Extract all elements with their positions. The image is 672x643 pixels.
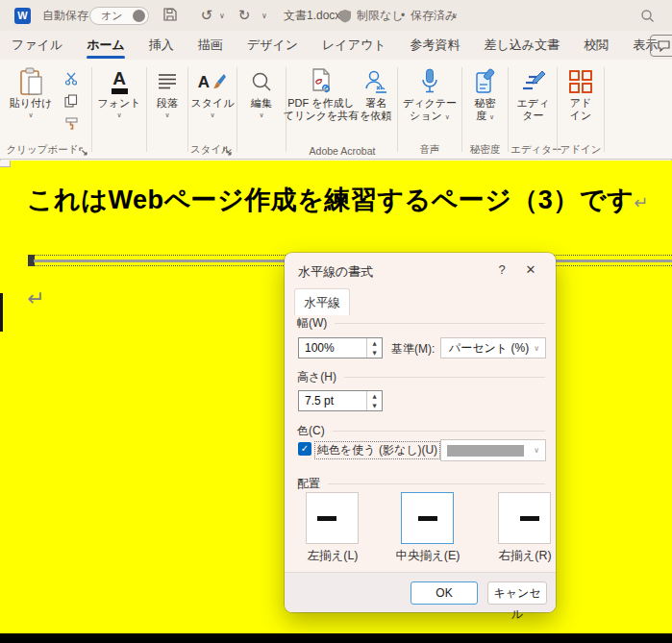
- dictate-label-line2: ション ∨: [410, 110, 450, 124]
- paragraph-lines-icon: [158, 66, 177, 97]
- restriction-label[interactable]: 制限なし: [357, 0, 404, 31]
- cut-button[interactable]: [62, 70, 81, 87]
- toggle-knob-icon: [133, 10, 145, 22]
- group-acrobat: PDF を作成し てリンクを共有 署名 を依頼 Adobe Acrobat: [288, 60, 396, 160]
- quick-access-chevron-icon[interactable]: ∨: [261, 12, 267, 20]
- paragraph-button[interactable]: 段落 ∨: [149, 66, 186, 119]
- title-bar: W 自動保存 オン ↺ ∨ ↻ ∨ 文書1.docx 制限なし • 保存済み ∨: [0, 0, 672, 31]
- group-divider: [236, 67, 237, 152]
- group-editing: 編集 ∨: [239, 60, 284, 160]
- tab-home[interactable]: ホーム: [87, 31, 125, 60]
- width-input[interactable]: [299, 338, 366, 358]
- paste-chevron-icon: ∨: [28, 111, 33, 119]
- sensitivity-group-label: 秘密度: [464, 143, 506, 157]
- search-icon[interactable]: [640, 9, 655, 23]
- editor-button[interactable]: エディ ター: [510, 66, 556, 122]
- height-spinbox: ▲ ▼: [298, 390, 383, 411]
- align-right-label: 右揃え(R): [477, 548, 573, 564]
- document-heading[interactable]: これはWebページ作成を練習するページ（3）です↵: [27, 183, 649, 217]
- copy-button[interactable]: [62, 92, 81, 110]
- group-divider: [397, 67, 398, 152]
- sensitivity-badge-icon: [475, 66, 496, 97]
- autosave-toggle[interactable]: オン: [89, 7, 149, 25]
- create-pdf-button[interactable]: PDF を作成し てリンクを共有: [288, 66, 354, 122]
- tab-design[interactable]: デザイン: [247, 31, 298, 60]
- styles-group-label: スタイル: [190, 143, 227, 157]
- cancel-button[interactable]: キャンセル: [487, 581, 547, 605]
- copy-icon: [64, 94, 78, 108]
- format-painter-icon: [64, 116, 79, 131]
- undo-menu-chevron-icon[interactable]: ∨: [219, 12, 225, 20]
- bottom-black-bar: [0, 633, 672, 643]
- align-center-option[interactable]: [401, 492, 454, 544]
- redo-icon[interactable]: ↻: [233, 6, 256, 25]
- document-title[interactable]: 文書1.docx: [284, 0, 340, 31]
- undo-icon[interactable]: ↺: [195, 6, 218, 25]
- voice-group-label: 音声: [400, 143, 460, 157]
- create-pdf-label-line1: PDF を作成し: [287, 97, 355, 110]
- paragraph-label: 段落: [157, 97, 178, 110]
- comments-button[interactable]: コメント: [650, 35, 672, 57]
- height-spin-down-icon[interactable]: ▼: [367, 401, 382, 410]
- tab-references[interactable]: 参考資料: [411, 31, 460, 60]
- align-right-option[interactable]: [498, 492, 551, 544]
- editing-button[interactable]: 編集 ∨: [239, 66, 284, 119]
- group-divider: [146, 67, 147, 152]
- ok-button[interactable]: OK: [411, 581, 478, 605]
- tab-layout[interactable]: レイアウト: [322, 31, 386, 60]
- editor-label-line2: ター: [522, 110, 543, 122]
- width-spin-up-icon[interactable]: ▲: [367, 338, 382, 348]
- tab-draw[interactable]: 描画: [198, 31, 223, 60]
- comment-bubble-icon: [658, 40, 670, 52]
- save-status-label[interactable]: 保存済み: [411, 0, 457, 31]
- group-addins: アド イン アドイン: [560, 60, 602, 160]
- paste-label: 貼り付け: [10, 97, 53, 110]
- clipboard-dialog-launcher-icon[interactable]: [79, 147, 88, 157]
- color-section-header: 色(C): [297, 423, 545, 439]
- styles-button[interactable]: A スタイル ∨: [190, 66, 235, 119]
- align-left-option[interactable]: [306, 492, 359, 544]
- tab-file[interactable]: ファイル: [12, 31, 62, 60]
- addins-button[interactable]: アド イン: [560, 66, 602, 122]
- format-painter-button[interactable]: [62, 114, 81, 132]
- styles-dialog-launcher-icon[interactable]: [223, 147, 233, 157]
- sensitivity-button[interactable]: 秘密 度 ∨: [464, 66, 506, 124]
- solid-color-checkbox-label[interactable]: 純色を使う (影なし)(U): [315, 442, 439, 458]
- font-label: フォント: [97, 97, 140, 110]
- clipboard-icon: [18, 66, 44, 97]
- request-signature-label-line2: を依頼: [360, 110, 391, 122]
- ribbon: 貼り付け ∨ クリップボード: [0, 60, 672, 160]
- paste-button[interactable]: 貼り付け ∨: [6, 66, 56, 119]
- tab-mailings[interactable]: 差し込み文書: [485, 31, 560, 60]
- sensitivity-label-line2: 度 ∨: [476, 110, 494, 124]
- page-corner: [0, 161, 11, 167]
- dialog-title: 水平線の書式: [298, 263, 373, 281]
- scissors-icon: [64, 72, 78, 86]
- tab-insert[interactable]: 挿入: [149, 31, 174, 60]
- dictate-button[interactable]: ディクテー ション ∨: [400, 66, 460, 124]
- dialog-close-icon[interactable]: ✕: [519, 260, 542, 280]
- word-app-icon[interactable]: W: [14, 8, 31, 24]
- shield-icon: [338, 9, 352, 23]
- format-horizontal-line-dialog: 水平線の書式 ? ✕ 水平線 幅(W) ▲ ▼ 基準(M): パーセント (%)…: [285, 253, 556, 612]
- height-input[interactable]: [299, 391, 366, 410]
- save-icon[interactable]: [162, 6, 185, 25]
- width-spin-down-icon[interactable]: ▼: [367, 348, 382, 358]
- editor-group-label: エディター: [510, 143, 556, 157]
- tab-review[interactable]: 校閲: [584, 31, 609, 60]
- dialog-help-button[interactable]: ?: [492, 260, 511, 280]
- title-chevron-icon[interactable]: ∨: [452, 12, 458, 20]
- word-window: W 自動保存 オン ↺ ∨ ↻ ∨ 文書1.docx 制限なし • 保存済み ∨…: [0, 0, 672, 643]
- addins-label-line2: イン: [570, 110, 592, 122]
- dropdown-chevron-icon: ∨: [534, 344, 539, 353]
- measure-dropdown[interactable]: パーセント (%) ∨: [440, 337, 546, 359]
- font-button[interactable]: A フォント ∨: [94, 66, 144, 119]
- height-spin-up-icon[interactable]: ▲: [367, 391, 382, 401]
- request-signature-button[interactable]: 署名 を依頼: [356, 66, 396, 122]
- line-preview: [520, 516, 539, 521]
- tab-horizontal-line[interactable]: 水平線: [294, 288, 350, 315]
- font-chevron-icon: ∨: [116, 111, 121, 119]
- color-dropdown[interactable]: ∨: [440, 439, 546, 461]
- solid-color-checkbox[interactable]: ✓: [298, 442, 311, 456]
- paragraph-chevron-icon: ∨: [164, 111, 169, 119]
